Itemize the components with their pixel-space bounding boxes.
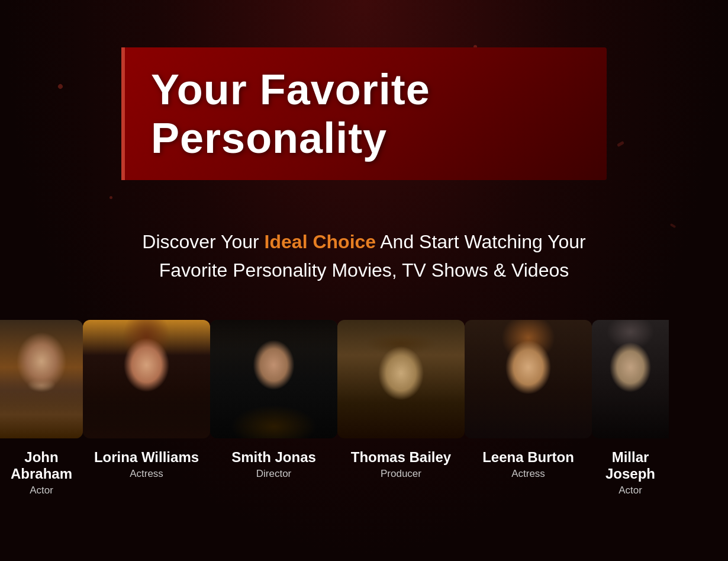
card-image-wrapper: [210, 320, 337, 438]
card-info: Lorina Williams Actress: [83, 449, 210, 480]
personality-card[interactable]: Thomas Bailey Producer: [337, 320, 465, 480]
card-image-wrapper: [465, 320, 592, 438]
card-name: Smith Jonas: [210, 449, 337, 466]
subtitle-line1-start: Discover Your: [142, 231, 264, 252]
card-info: Thomas Bailey Producer: [337, 449, 465, 480]
card-name: John Abraham: [0, 449, 83, 482]
card-info: Millar Joseph Actor: [592, 449, 669, 496]
card-role: Actress: [465, 468, 592, 480]
card-image-wrapper: [337, 320, 465, 438]
subtitle-text: Discover Your Ideal Choice And Start Wat…: [47, 227, 681, 284]
subtitle-highlight: Ideal Choice: [265, 231, 376, 252]
card-image-wrapper: [592, 320, 669, 438]
subtitle-section: Discover Your Ideal Choice And Start Wat…: [0, 227, 728, 284]
portrait-image: [83, 320, 210, 438]
personality-card[interactable]: John Abraham Actor: [0, 320, 83, 496]
portrait-image: [0, 320, 83, 438]
card-name: Leena Burton: [465, 449, 592, 466]
personalities-section: John Abraham Actor Lorina Williams Actre…: [0, 320, 728, 496]
portrait-image: [592, 320, 669, 438]
card-info: Leena Burton Actress: [465, 449, 592, 480]
portrait-image: [465, 320, 592, 438]
card-info: John Abraham Actor: [0, 449, 83, 496]
card-role: Actor: [0, 485, 83, 496]
card-name: Millar Joseph: [592, 449, 669, 482]
card-image-wrapper: [83, 320, 210, 438]
card-image-wrapper: [0, 320, 83, 438]
portrait-image: [210, 320, 337, 438]
subtitle-line2: Favorite Personality Movies, TV Shows & …: [159, 259, 569, 281]
card-name: Thomas Bailey: [337, 449, 465, 466]
personality-card[interactable]: Leena Burton Actress: [465, 320, 592, 480]
subtitle-line1-end: And Start Watching Your: [376, 231, 586, 252]
card-name: Lorina Williams: [83, 449, 210, 466]
personality-card[interactable]: Millar Joseph Actor: [592, 320, 669, 496]
personality-card[interactable]: Smith Jonas Director: [210, 320, 337, 480]
personality-card[interactable]: Lorina Williams Actress: [83, 320, 210, 480]
card-role: Producer: [337, 468, 465, 480]
hero-banner: Your Favorite Personality: [121, 47, 607, 180]
portrait-image: [337, 320, 465, 438]
card-role: Director: [210, 468, 337, 480]
card-role: Actor: [592, 485, 669, 496]
card-role: Actress: [83, 468, 210, 480]
card-info: Smith Jonas Director: [210, 449, 337, 480]
hero-title: Your Favorite Personality: [151, 65, 577, 162]
